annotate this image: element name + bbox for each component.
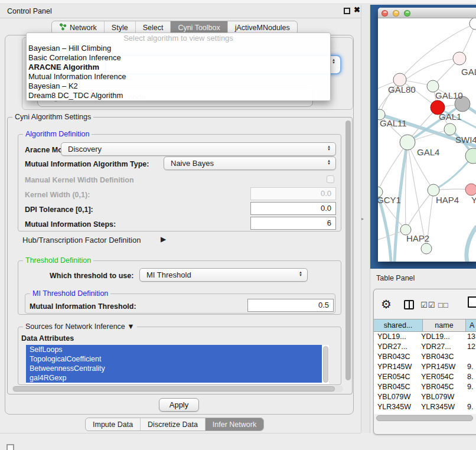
settings-vertical-scrollbar[interactable] (345, 120, 351, 380)
minimize-traffic-light[interactable] (393, 10, 399, 17)
kernel-width-field[interactable]: 0.0 (250, 187, 336, 200)
table-cell: YPR145W (377, 362, 412, 372)
network-node[interactable] (465, 148, 476, 164)
table-cell: YPR145W (421, 362, 455, 372)
network-node[interactable] (444, 123, 456, 135)
combo-spinner-icon: ▲▼ (331, 58, 337, 64)
gear-icon[interactable]: ⚙ (381, 297, 392, 311)
bottom-tab-discretize-data[interactable]: Discretize Data (141, 418, 206, 431)
column-header-shared-name[interactable]: shared... (374, 319, 423, 331)
algorithm-option-bayesian-hill-climbing[interactable]: Bayesian – Hill Climbing (27, 44, 330, 53)
attribute-item-selfloops[interactable]: SelfLoops (26, 345, 322, 354)
table-cell: YLR345W (421, 402, 455, 412)
aracne-mode-value: Discovery (68, 145, 102, 154)
table-cell: 12 (467, 342, 475, 352)
node-label-gal10: GAL10 (435, 90, 463, 100)
algorithm-option-mutual-information-inference[interactable]: Mutual Information Inference (27, 72, 330, 81)
table-row[interactable]: YBR045CYBR045C9. (374, 382, 476, 392)
combo-spinner-icon: ▲▼ (298, 271, 304, 277)
aracne-mode-combo[interactable]: Discovery ▲▼ (61, 142, 336, 156)
manual-kernel-label: Manual Kernel Width Definition (25, 176, 134, 184)
mi-type-combo[interactable]: Naive Bayes ▲▼ (164, 156, 336, 170)
table-body: YDL19...YDL19...13YDR27...YDR27...12YBR0… (374, 332, 476, 414)
sources-collapse-arrow-icon[interactable]: ▼ (127, 322, 134, 331)
kernel-width-label: Kernel Width (0,1): (25, 191, 90, 199)
tab-select-label: Select (143, 24, 164, 32)
table-row[interactable]: YLR345WYLR345W9. (374, 402, 476, 412)
table-hscroll-thumb[interactable] (376, 415, 473, 421)
attribute-item-betweennesscentrality[interactable]: BetweennessCentrality (26, 364, 322, 373)
table-row[interactable]: YIL052CYIL052C9 (374, 412, 476, 414)
hub-definition-label: Hub/Transcription Factor Definition (22, 236, 141, 244)
zoom-traffic-light[interactable] (404, 10, 410, 17)
column-header-name[interactable]: name (423, 319, 466, 331)
table-row[interactable]: YER054CYER054C8. (374, 372, 476, 382)
table-cell: YDL19... (421, 332, 450, 342)
table-row[interactable]: YBR043CYBR043C (374, 352, 476, 362)
document-icon[interactable] (468, 296, 476, 308)
network-node[interactable] (400, 135, 415, 150)
manual-kernel-checkbox[interactable] (327, 175, 334, 183)
node-label-gcy1: GCY1 (378, 195, 401, 205)
node-label-gal4: GAL4 (417, 147, 439, 157)
float-window-icon[interactable] (344, 8, 350, 14)
table-cell: YLR345W (377, 402, 411, 412)
algorithm-option-dream8-dc-tdc-algorithm[interactable]: Dream8 DC_TDC Algorithm (27, 91, 330, 100)
apply-button[interactable]: Apply (159, 398, 199, 412)
unchecked-columns-icon[interactable]: □□ (438, 301, 449, 309)
network-node[interactable] (470, 18, 476, 30)
table-cell: YDR27... (421, 342, 451, 352)
table-cell: YBR043C (421, 352, 454, 362)
table-cell: YIL052C (377, 412, 406, 414)
column-header-clipped[interactable]: A (466, 319, 476, 331)
algorithm-dropdown-popup: Select algorithm to view settings Bayesi… (26, 32, 331, 101)
bottom-tab-impute-data[interactable]: Impute Data (86, 418, 141, 431)
network-node[interactable] (453, 52, 466, 65)
node-label-y: Y (471, 195, 476, 205)
which-threshold-combo[interactable]: MI Threshold ▲▼ (139, 268, 308, 282)
settings-hscroll-thumb[interactable] (13, 386, 335, 392)
algorithm-option-bayesian-k2[interactable]: Bayesian – K2 (27, 81, 330, 91)
algorithm-option-basic-correlation-inference[interactable]: Basic Correlation Inference (27, 53, 330, 63)
table-row[interactable]: YBL079WYBL079W (374, 392, 476, 402)
mi-steps-field[interactable]: 6 (250, 217, 336, 230)
network-node[interactable] (421, 243, 432, 254)
table-cell: 8. (467, 372, 473, 382)
dpi-tolerance-label: DPI Tolerance [0,1]: (25, 206, 93, 214)
table-cell: YER054C (421, 372, 454, 382)
node-label-hap4: HAP4 (436, 195, 459, 205)
checked-columns-icon[interactable]: ☑☑ (420, 301, 435, 309)
network-node[interactable] (465, 184, 476, 195)
close-icon[interactable]: ✖ (354, 5, 360, 14)
bottom-tab-infer-network[interactable]: Infer Network (206, 418, 263, 431)
column-layout-icon[interactable] (404, 300, 414, 309)
collapsed-panel-icon[interactable] (6, 444, 14, 450)
sources-title-text: Sources for Network Inference (25, 322, 125, 331)
algorithm-definition-title: Algorithm Definition (23, 130, 92, 138)
table-row[interactable]: YDR27...YDR27...12 (374, 342, 476, 352)
tab-cyni-toolbox-label: Cyni Toolbox (178, 24, 220, 32)
mi-threshold-field[interactable]: 0.5 (247, 299, 334, 312)
attribute-item-topologicalcoefficient[interactable]: TopologicalCoefficient (26, 354, 322, 364)
network-canvas[interactable]: GALGAL80GAL10GAL11GAL1SWI4GAL4GCY1HAP4YH… (378, 18, 476, 262)
table-cell: YDR27... (377, 342, 407, 352)
node-label-hap2: HAP2 (406, 233, 429, 243)
table-row[interactable]: YDL19...YDL19...13 (374, 332, 476, 342)
attribute-item-gal4rgexp[interactable]: gal4RGexp (26, 373, 322, 383)
settings-group-title: Cyni Algorithm Settings (12, 113, 93, 121)
splitter-arrow-icon[interactable]: ▸ (361, 216, 364, 221)
control-panel-titlebar (0, 5, 361, 18)
dpi-tolerance-field[interactable]: 0.0 (250, 202, 336, 215)
table-cell: YBR045C (421, 382, 454, 392)
table-row[interactable]: YPR145WYPR145W9. (374, 362, 476, 372)
network-icon (59, 23, 67, 32)
network-node[interactable] (428, 184, 439, 196)
combo-spinner-icon: ▲▼ (326, 145, 332, 151)
attributes-scrollbar[interactable] (323, 346, 328, 383)
algorithm-option-aracne-algorithm[interactable]: ARACNE Algorithm (27, 63, 330, 72)
network-edge (467, 227, 476, 262)
bottom-tab-impute-data-label: Impute Data (93, 420, 133, 429)
hub-expand-arrow-icon[interactable]: ▶ (161, 235, 166, 243)
close-traffic-light[interactable] (382, 10, 388, 17)
table-cell: YBR043C (377, 352, 410, 362)
